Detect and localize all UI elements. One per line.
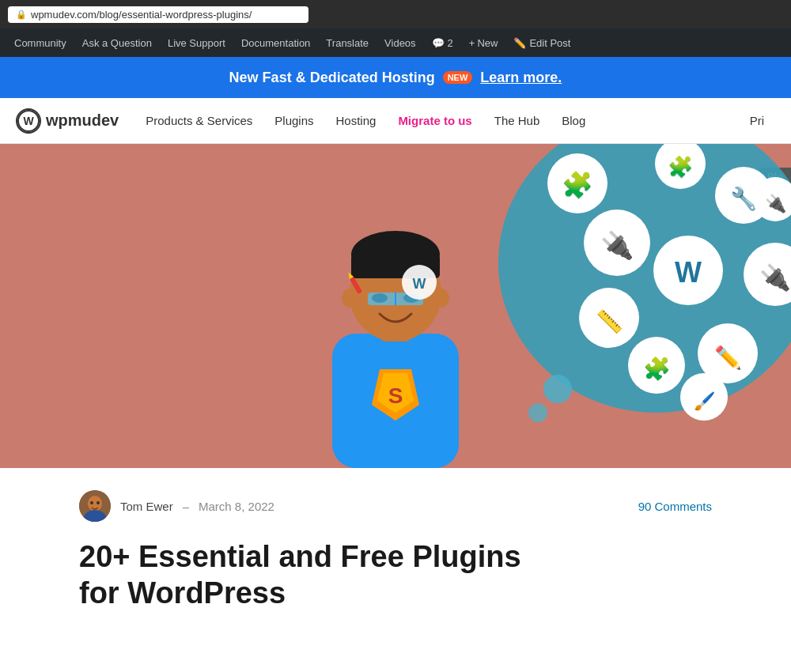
comment-count: 2 [448,37,453,49]
admin-bar-documentation[interactable]: Documentation [233,28,318,57]
character-illustration: S W [289,160,502,468]
address-bar[interactable]: 🔒 wpmudev.com/blog/essential-wordpress-p… [8,6,308,23]
author-info: Tom Ewer – March 8, 2022 [79,490,274,522]
learn-more-link[interactable]: Learn more. [480,70,562,86]
url-text: wpmudev.com/blog/essential-wordpress-plu… [31,9,252,21]
svg-point-49 [97,501,100,504]
post-title-line1: 20+ Essential and Free Plugins [79,540,521,573]
svg-text:W: W [675,256,702,289]
admin-bar-videos[interactable]: Videos [377,28,424,57]
svg-text:W: W [23,115,34,127]
logo[interactable]: W wpmudev [16,108,119,134]
nav-products-services[interactable]: Products & Services [134,98,263,144]
new-label: New [477,37,498,49]
browser-chrome: 🔒 wpmudev.com/blog/essential-wordpress-p… [0,0,791,28]
svg-text:🔌: 🔌 [600,229,634,262]
admin-bar-new[interactable]: + New [461,28,506,57]
svg-text:🔌: 🔌 [765,193,787,214]
svg-point-40 [433,289,449,308]
pencil-icon: ✏️ [513,37,526,49]
post-meta-area: Tom Ewer – March 8, 2022 90 Comments [0,468,791,530]
svg-text:🧩: 🧩 [562,170,593,200]
svg-text:🧩: 🧩 [668,154,694,179]
post-title-line2: for WordPress [79,576,286,610]
svg-text:🔌: 🔌 [759,262,791,293]
nav-the-hub[interactable]: The Hub [483,98,551,144]
svg-text:✏️: ✏️ [714,345,742,371]
nav-plugins[interactable]: Plugins [263,98,324,144]
hero-image: Blo 🧩 🧩 🔧 🔌 🔌 W 📏 ✏️ 🧩 [0,144,791,468]
nav-blog[interactable]: Blog [551,98,596,144]
wp-admin-bar: Community Ask a Question Live Support Do… [0,28,791,57]
admin-bar-comments[interactable]: 💬 2 [424,28,461,57]
admin-bar-live-support[interactable]: Live Support [160,28,233,57]
post-date: March 8, 2022 [199,500,274,513]
plus-icon: + [469,37,475,49]
svg-text:🧩: 🧩 [643,356,671,382]
svg-point-4 [528,403,547,422]
promo-text: New Fast & Dedicated Hosting [229,70,435,86]
svg-point-48 [90,501,93,504]
logo-icon: W [16,108,41,134]
admin-bar-translate[interactable]: Translate [318,28,377,57]
nav-hosting[interactable]: Hosting [325,98,388,144]
svg-text:S: S [388,383,403,408]
svg-text:W: W [413,276,426,292]
admin-bar-community[interactable]: Community [6,28,74,57]
nav-right: Pri [739,114,775,127]
author-name: Tom Ewer [120,500,173,513]
admin-bar-ask-question[interactable]: Ask a Question [74,28,160,57]
post-title: 20+ Essential and Free Plugins for WordP… [79,539,712,611]
lock-icon: 🔒 [16,9,27,20]
promo-banner: New Fast & Dedicated Hosting NEW Learn m… [0,57,791,98]
author-avatar [79,490,111,522]
nav-migrate[interactable]: Migrate to us [387,98,483,144]
main-nav: W wpmudev Products & Services Plugins Ho… [0,98,791,144]
svg-point-39 [342,289,358,308]
author-dash: – [183,500,189,513]
svg-point-3 [543,375,572,403]
new-badge: NEW [443,71,473,84]
logo-text: wpmudev [46,111,119,130]
edit-post-label: Edit Post [529,37,570,49]
svg-text:🖌️: 🖌️ [694,391,716,412]
svg-text:📏: 📏 [596,308,623,334]
nav-links: Products & Services Plugins Hosting Migr… [134,98,738,144]
post-title-area: 20+ Essential and Free Plugins for WordP… [0,530,791,627]
comments-link[interactable]: 90 Comments [638,500,712,513]
admin-bar-edit-post[interactable]: ✏️ Edit Post [505,28,578,57]
comment-bubble-icon: 💬 [432,37,445,49]
